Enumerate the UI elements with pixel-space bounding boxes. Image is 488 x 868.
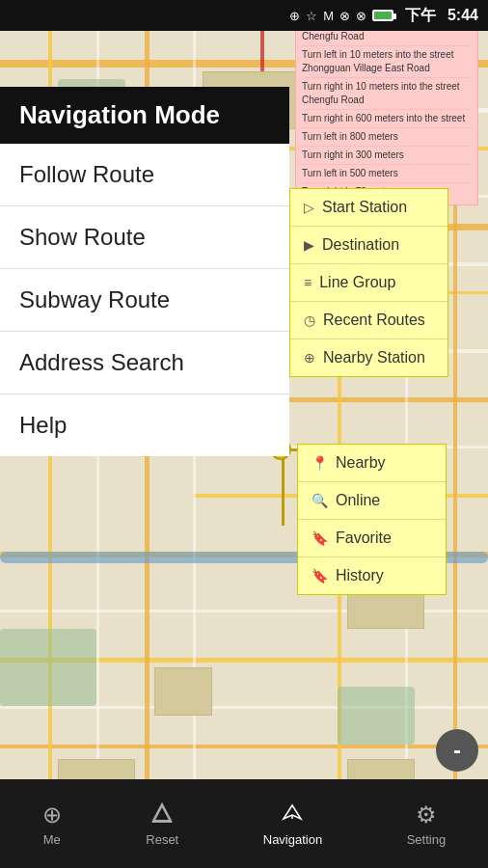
zoom-minus-icon: -	[453, 737, 461, 764]
signal-icon: ⊕	[289, 9, 300, 23]
dropdown-history-label: History	[336, 567, 384, 584]
direction-item: Turn left in 800 meters	[302, 128, 472, 147]
direction-item: Turn right in 10 meters into the street …	[302, 78, 472, 110]
destination-icon: ▶	[304, 237, 314, 253]
dropdown-start-station-label: Start Station	[322, 199, 407, 216]
me-icon: ⊕	[42, 801, 62, 828]
online-icon: 🔍	[312, 493, 328, 508]
dropdown-start-station[interactable]: ▷ Start Station	[290, 189, 447, 227]
start-station-icon: ▷	[304, 200, 314, 215]
history-icon: 🔖	[312, 568, 328, 583]
directions-panel: Turn right in 500 meters into the street…	[295, 10, 478, 205]
navigation-icon	[280, 801, 305, 828]
menu-item-help[interactable]: Help	[0, 394, 289, 456]
dropdown-line-group-label: Line Group	[319, 274, 395, 291]
nav-icon2-small: ⊗	[356, 9, 366, 23]
nav-icon-small: ⊗	[339, 9, 350, 23]
favorite-icon: 🔖	[312, 530, 328, 546]
setting-icon: ⚙	[416, 801, 437, 828]
nav-item-reset-label: Reset	[146, 832, 178, 847]
nearby-icon: 📍	[312, 455, 328, 471]
bottom-nav: ⊕ Me Reset Navigation ⚙ Setting	[0, 779, 488, 868]
dropdown-favorite[interactable]: 🔖 Favorite	[298, 520, 446, 557]
dropdown-destination-label: Destination	[322, 236, 399, 254]
dropdown-recent-routes-label: Recent Routes	[323, 312, 425, 329]
battery-icon	[372, 10, 393, 21]
direction-item: Turn left in 500 meters	[302, 165, 472, 183]
nav-item-navigation[interactable]: Navigation	[263, 801, 322, 847]
dropdown-search: 📍 Nearby 🔍 Online 🔖 Favorite 🔖 History	[297, 444, 447, 595]
dropdown-destination[interactable]: ▶ Destination	[290, 227, 447, 264]
zoom-minus-button[interactable]: -	[436, 729, 478, 772]
svg-marker-1	[153, 805, 171, 822]
status-bar: ⊕ ☆ M ⊗ ⊗ 下午 5:44	[0, 0, 488, 31]
dropdown-history[interactable]: 🔖 History	[298, 557, 446, 594]
menu-item-show-route[interactable]: Show Route	[0, 206, 289, 269]
menu-panel: Navigation Mode Follow Route Show Route …	[0, 87, 289, 456]
nearby-station-icon: ⊕	[304, 350, 315, 366]
status-time: 下午	[405, 6, 436, 26]
dropdown-nearby-station-label: Nearby Station	[323, 349, 425, 366]
menu-item-address-search[interactable]: Address Search	[0, 332, 289, 394]
direction-item: Turn right in 600 meters into the street	[302, 110, 472, 128]
dropdown-favorite-label: Favorite	[336, 529, 392, 547]
menu-item-follow-route[interactable]: Follow Route	[0, 144, 289, 206]
recent-routes-icon: ◷	[304, 312, 315, 328]
nav-item-reset[interactable]: Reset	[146, 801, 178, 847]
sim-icon: ☆	[306, 9, 317, 23]
menu-item-subway-route[interactable]: Subway Route	[0, 269, 289, 332]
dropdown-route: ▷ Start Station ▶ Destination ≡ Line Gro…	[289, 188, 448, 377]
nav-item-navigation-label: Navigation	[263, 832, 322, 847]
nav-item-me-label: Me	[43, 832, 61, 847]
nav-item-setting-label: Setting	[407, 832, 446, 847]
gmail-icon: M	[323, 9, 334, 23]
menu-header: Navigation Mode	[0, 87, 289, 144]
dropdown-nearby-label: Nearby	[336, 454, 386, 472]
subway-connector-line2	[282, 448, 285, 526]
dropdown-nearby[interactable]: 📍 Nearby	[298, 445, 446, 482]
direction-item: Turn left in 10 meters into the street Z…	[302, 46, 472, 78]
dropdown-recent-routes[interactable]: ◷ Recent Routes	[290, 302, 447, 339]
dropdown-nearby-station[interactable]: ⊕ Nearby Station	[290, 339, 447, 376]
nav-item-me[interactable]: ⊕ Me	[42, 801, 62, 847]
nav-item-setting[interactable]: ⚙ Setting	[407, 801, 446, 847]
dropdown-line-group[interactable]: ≡ Line Group	[290, 264, 447, 302]
reset-icon	[149, 801, 175, 828]
line-group-icon: ≡	[304, 275, 312, 290]
direction-item: Turn right in 300 meters	[302, 147, 472, 165]
status-clock: 5:44	[447, 7, 478, 24]
dropdown-online[interactable]: 🔍 Online	[298, 482, 446, 520]
dropdown-online-label: Online	[336, 492, 380, 509]
